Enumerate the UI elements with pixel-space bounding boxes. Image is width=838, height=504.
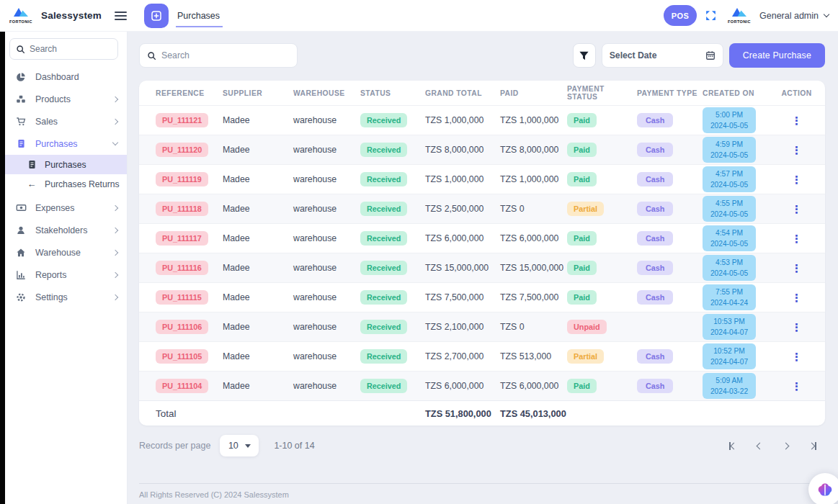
row-actions-button[interactable]: ⋮	[791, 263, 806, 274]
sidebar-search-input[interactable]	[30, 44, 112, 54]
payment-status-badge: Partial	[567, 202, 604, 216]
grand-total-cell: TZS 6,000,000	[425, 233, 500, 243]
row-actions-button[interactable]: ⋮	[791, 145, 806, 156]
paid-cell: TZS 0	[500, 322, 567, 332]
records-per-page-label: Records per page	[139, 441, 210, 451]
payment-status-badge: Paid	[567, 143, 597, 157]
date-input[interactable]	[610, 50, 705, 60]
table-row: PU_111115 Madee warehouse Received TZS 7…	[139, 282, 825, 312]
supplier-cell: Madee	[223, 115, 293, 125]
user-menu[interactable]: FORTONIC General admin	[725, 7, 829, 24]
last-page-button[interactable]	[809, 442, 816, 450]
warehouse-cell: warehouse	[293, 174, 360, 184]
grand-total-cell: TZS 6,000,000	[425, 381, 500, 391]
page-nav	[729, 442, 825, 450]
row-actions-button[interactable]: ⋮	[791, 381, 806, 392]
add-purchase-tab-icon[interactable]	[144, 4, 169, 28]
row-actions-button[interactable]: ⋮	[791, 174, 806, 185]
sidebar-item-purchases[interactable]: Purchases	[5, 132, 127, 155]
purchases-table: REFERENCESUPPLIERWAREHOUSESTATUSGRAND TO…	[139, 81, 825, 426]
tab-purchases-label[interactable]: Purchases	[177, 11, 220, 21]
supplier-cell: Madee	[223, 351, 293, 361]
sidebar-item-warehouse[interactable]: Warehouse	[5, 241, 127, 264]
mountain-logo-icon	[13, 7, 29, 20]
sidebar-item-stakeholders[interactable]: Stakeholders	[5, 219, 127, 241]
chevron-right-icon	[112, 96, 118, 102]
pos-button[interactable]: POS	[664, 5, 697, 26]
sidebar-item-products[interactable]: Products	[5, 88, 127, 110]
brain-icon	[816, 481, 834, 498]
row-actions-button[interactable]: ⋮	[791, 233, 806, 244]
table-search-input[interactable]	[161, 50, 290, 60]
settings-icon	[15, 292, 27, 302]
filter-button[interactable]	[573, 43, 596, 68]
row-actions-button[interactable]: ⋮	[791, 292, 806, 303]
search-icon	[147, 51, 156, 60]
row-actions-button[interactable]: ⋮	[791, 351, 806, 362]
warehouse-icon	[15, 248, 27, 258]
status-badge: Received	[360, 113, 407, 127]
warehouse-cell: warehouse	[293, 204, 360, 214]
left-edge-strip	[0, 32, 5, 504]
sidebar-item-label: Stakeholders	[35, 225, 87, 235]
supplier-cell: Madee	[223, 145, 293, 155]
chevron-down-icon	[112, 140, 118, 145]
payment-status-badge: Paid	[567, 261, 597, 275]
tab-purchases[interactable]: Purchases	[144, 4, 220, 28]
warehouse-cell: warehouse	[293, 115, 360, 125]
warehouse-cell: warehouse	[293, 145, 360, 155]
chevron-right-icon	[112, 204, 118, 210]
supplier-cell: Madee	[223, 263, 293, 273]
chevron-right-icon	[112, 227, 118, 233]
table-row: PU_111104 Madee warehouse Received TZS 6…	[139, 371, 825, 400]
payment-type-badge: Cash	[637, 290, 673, 305]
sidebar-item-sales[interactable]: Sales	[5, 110, 127, 132]
created-on-badge: 5:09 AM2024-03-22	[703, 373, 756, 400]
created-on-badge: 7:55 PM2024-04-24	[703, 284, 756, 311]
sidebar-search[interactable]	[9, 38, 118, 60]
table-search[interactable]	[139, 43, 298, 68]
reference-badge: PU_111105	[156, 349, 208, 364]
sidebar-subitem-purchases-returns[interactable]: ←Purchases Returns	[5, 174, 127, 194]
date-picker[interactable]	[602, 43, 723, 68]
hamburger-menu-icon[interactable]	[115, 12, 127, 20]
next-page-button[interactable]	[783, 444, 788, 449]
paid-cell: TZS 7,500,000	[500, 292, 567, 302]
sidebar-item-reports[interactable]: Reports	[5, 264, 127, 286]
fullscreen-icon[interactable]	[705, 9, 717, 22]
column-header: PAYMENT TYPE	[637, 89, 703, 97]
column-header: PAID	[500, 89, 567, 97]
toolbar: Create Purchase	[139, 43, 825, 68]
assistant-fab-button[interactable]	[808, 473, 838, 504]
sidebar-item-dashboard[interactable]: Dashboard	[5, 66, 127, 88]
created-on-badge: 10:52 PM2024-04-07	[703, 343, 756, 370]
page-size-select[interactable]: 10	[220, 435, 259, 456]
sidebar-item-expenses[interactable]: Expenses	[5, 197, 127, 219]
pagination: Records per page 10 1-10 of 14	[139, 434, 825, 457]
row-actions-button[interactable]: ⋮	[791, 204, 806, 215]
mountain-logo-icon	[731, 7, 747, 20]
calendar-icon	[705, 50, 716, 60]
created-on-badge: 5:00 PM2024-05-05	[703, 107, 756, 134]
sidebar-item-label: Reports	[35, 270, 66, 280]
sidebar-item-settings[interactable]: Settings	[5, 286, 127, 308]
prev-page-button[interactable]	[757, 444, 762, 449]
main-content: Create Purchase REFERENCESUPPLIERWAREHOU…	[128, 32, 838, 504]
supplier-cell: Madee	[223, 233, 293, 243]
sidebar-subitem-purchases[interactable]: Purchases	[5, 155, 127, 174]
table-row: PU_111106 Madee warehouse Received TZS 2…	[139, 312, 825, 341]
table-row: PU_111118 Madee warehouse Received TZS 2…	[139, 194, 825, 223]
row-actions-button[interactable]: ⋮	[791, 322, 806, 333]
row-actions-button[interactable]: ⋮	[791, 115, 806, 126]
payment-type-badge: Cash	[637, 231, 673, 246]
payment-type-badge: Cash	[637, 113, 673, 127]
created-on-badge: 4:53 PM2024-05-05	[703, 255, 756, 282]
total-paid: TZS 45,013,000	[500, 408, 567, 419]
grand-total-cell: TZS 2,700,000	[425, 351, 500, 361]
first-page-button[interactable]	[729, 442, 736, 450]
reports-icon	[15, 270, 27, 280]
sidebar-item-label: Purchases	[35, 139, 78, 149]
create-purchase-button[interactable]: Create Purchase	[729, 43, 825, 68]
chevron-right-icon	[112, 118, 118, 124]
sidebar-item-label: Products	[35, 94, 71, 104]
